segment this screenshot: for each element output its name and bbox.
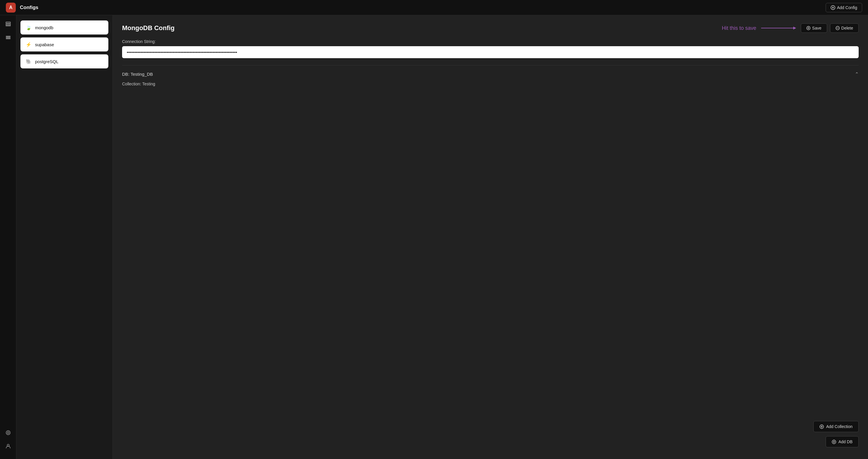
topbar: A Configs Add Config: [0, 0, 868, 15]
chevron-up-icon: ⌃: [855, 71, 859, 77]
add-collection-label: Add Collection: [826, 424, 852, 429]
sidebar-icon-database[interactable]: [3, 19, 13, 29]
postgresql-icon: 🐘: [25, 58, 32, 65]
sidebar-icons: [0, 15, 17, 459]
delete-button[interactable]: Delete: [830, 23, 859, 33]
config-title: MongoDB Config: [122, 24, 175, 32]
svg-rect-3: [6, 22, 10, 23]
hint-text: Hit this to save: [722, 25, 756, 31]
svg-rect-4: [6, 24, 10, 25]
svg-point-9: [6, 431, 10, 435]
svg-rect-8: [6, 38, 10, 39]
config-item-supabase-label: supabase: [35, 42, 54, 47]
main-content: MongoDB Config Hit this to save: [113, 15, 868, 459]
save-label: Save: [812, 26, 822, 30]
app-logo: A: [6, 3, 16, 12]
arrow-line: [761, 26, 796, 30]
page-title: Configs: [20, 5, 38, 10]
config-item-postgresql-label: postgreSQL: [35, 59, 58, 64]
save-plus-icon: [806, 26, 810, 30]
topbar-left: A Configs: [6, 3, 38, 12]
config-item-mongodb-label: mongodb: [35, 25, 54, 30]
add-config-label: Add Config: [837, 5, 857, 10]
svg-rect-5: [6, 25, 10, 26]
svg-marker-13: [793, 27, 796, 30]
connection-string-input[interactable]: [122, 46, 859, 58]
sidebar-icon-layers[interactable]: [3, 32, 13, 43]
sidebar-icon-settings[interactable]: [3, 427, 13, 438]
add-db-plus-icon: [832, 440, 836, 444]
mongodb-icon: 🍃: [25, 24, 32, 31]
db-name: DB: Testing_DB: [122, 71, 153, 77]
bottom-right-buttons: Add Collection Add DB: [813, 421, 859, 447]
config-item-mongodb[interactable]: 🍃 mongodb: [21, 21, 108, 34]
save-button[interactable]: Save: [801, 23, 827, 33]
config-list: 🍃 mongodb ⚡ supabase 🐘 postgreSQL: [17, 15, 113, 459]
header-right: Hit this to save: [722, 23, 859, 33]
content-header: MongoDB Config Hit this to save: [122, 23, 859, 33]
connection-string-label: Connection String:: [122, 39, 859, 44]
config-item-postgresql[interactable]: 🐘 postgreSQL: [21, 54, 108, 68]
add-config-button[interactable]: Add Config: [826, 3, 862, 12]
db-section: DB: Testing_DB ⌃ Collection: Testing: [122, 65, 859, 88]
sidebar-bottom-icons: [3, 427, 13, 456]
db-header[interactable]: DB: Testing_DB ⌃: [122, 69, 859, 79]
add-collection-plus-icon: [819, 425, 824, 429]
plus-circle-icon: [831, 5, 835, 10]
add-db-button[interactable]: Add DB: [826, 436, 859, 447]
delete-label: Delete: [841, 26, 853, 30]
add-collection-button[interactable]: Add Collection: [813, 421, 859, 432]
svg-point-10: [7, 432, 9, 434]
collection-label: Collection: Testing: [122, 82, 155, 86]
svg-rect-7: [6, 37, 10, 38]
delete-minus-icon: [836, 26, 840, 30]
supabase-icon: ⚡: [25, 41, 32, 48]
main-layout: 🍃 mongodb ⚡ supabase 🐘 postgreSQL MongoD…: [0, 15, 868, 459]
collection-row: Collection: Testing: [122, 79, 859, 88]
sidebar-icon-user[interactable]: [3, 441, 13, 451]
header-buttons: Save Delete: [801, 23, 859, 33]
add-db-label: Add DB: [838, 439, 852, 444]
config-item-supabase[interactable]: ⚡ supabase: [21, 37, 108, 52]
svg-rect-6: [6, 36, 10, 37]
